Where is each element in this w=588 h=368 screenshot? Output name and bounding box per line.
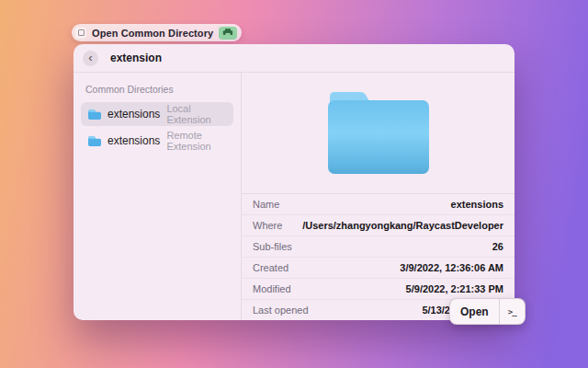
folder-preview xyxy=(242,73,514,193)
meta-label: Created xyxy=(253,262,288,273)
command-icon xyxy=(75,28,86,39)
meta-value: extensions xyxy=(451,199,503,210)
meta-value: 5/13/2 xyxy=(422,305,450,316)
meta-row-created: Created 3/9/2022, 12:36:06 AM xyxy=(242,257,514,278)
sidebar: Common Directories extensions Local Exte… xyxy=(74,73,242,320)
meta-label: Modified xyxy=(253,283,291,294)
meta-label: Sub-files xyxy=(253,241,292,252)
desktop-background: Open Common Directory ‹ extension Common… xyxy=(0,0,588,368)
pill-label: Open Common Directory xyxy=(92,28,213,39)
action-button-group: Open >_ xyxy=(449,298,526,325)
meta-value: 3/9/2022, 12:36:06 AM xyxy=(400,262,503,273)
detail-panel: Name extensions Where /Users/zhangyongka… xyxy=(242,73,514,320)
directory-type-label: Remote Extension xyxy=(166,130,227,152)
sidebar-item-local-extension[interactable]: extensions Local Extension xyxy=(81,102,233,126)
folder-icon xyxy=(87,109,101,121)
meta-value: 5/9/2022, 2:21:33 PM xyxy=(406,283,503,294)
sidebar-section-title: Common Directories xyxy=(85,84,233,95)
meta-label: Name xyxy=(253,199,279,210)
meta-value: 26 xyxy=(492,241,503,252)
terminal-shortcut-icon[interactable]: >_ xyxy=(500,299,525,324)
meta-row-modified: Modified 5/9/2022, 2:21:33 PM xyxy=(242,278,514,299)
window-title: extension xyxy=(110,52,162,64)
back-button[interactable]: ‹ xyxy=(83,51,98,66)
directory-name: extensions xyxy=(107,108,160,121)
raycast-window: ‹ extension Common Directories extension… xyxy=(74,44,514,320)
meta-row-where: Where /Users/zhangyongkang/RaycastDevelo… xyxy=(242,214,514,236)
meta-row-name: Name extensions xyxy=(242,194,514,214)
sidebar-item-remote-extension[interactable]: extensions Remote Extension xyxy=(81,129,233,153)
meta-value: /Users/zhangyongkang/RaycastDeveloper xyxy=(302,220,503,231)
window-header: ‹ extension xyxy=(74,44,514,73)
folder-icon xyxy=(324,88,433,177)
directory-name: extensions xyxy=(107,134,160,147)
meta-label: Where xyxy=(253,220,282,231)
directory-type-label: Local Extension xyxy=(166,103,227,125)
meta-label: Last opened xyxy=(253,305,309,316)
archive-green-icon xyxy=(219,27,237,40)
open-button[interactable]: Open xyxy=(450,299,499,324)
folder-icon xyxy=(87,135,101,147)
meta-row-subfiles: Sub-files 26 xyxy=(242,236,514,257)
open-common-directory-pill[interactable]: Open Common Directory xyxy=(72,24,242,41)
